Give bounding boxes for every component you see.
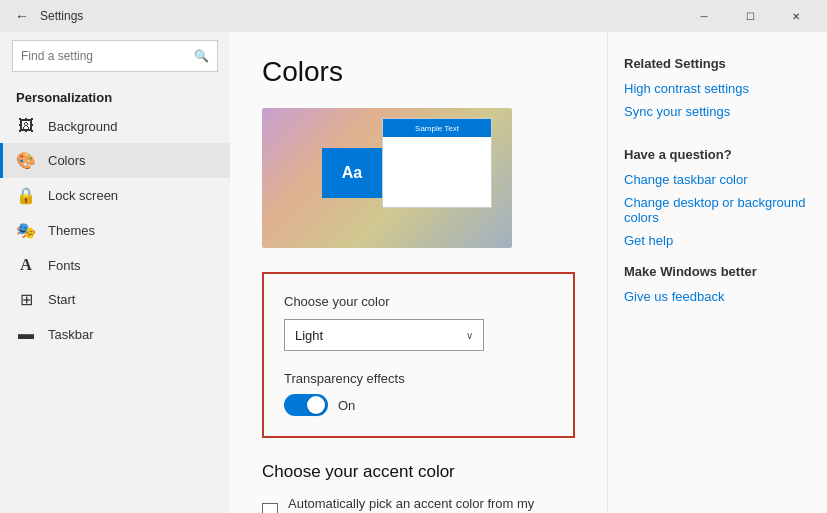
preview-area: Aa Sample Text [262,108,512,248]
back-icon: ← [15,8,29,24]
sidebar-item-background[interactable]: 🖼 Background [0,109,230,143]
toggle-knob [307,396,325,414]
toggle-state-label: On [338,398,355,413]
background-icon: 🖼 [16,117,36,135]
sidebar-item-label: Colors [48,153,86,168]
sidebar-item-taskbar[interactable]: ▬ Taskbar [0,317,230,351]
start-icon: ⊞ [16,290,36,309]
sidebar-item-lock-screen[interactable]: 🔒 Lock screen [0,178,230,213]
auto-accent-label: Automatically pick an accent color from … [288,496,575,513]
sidebar-section-title: Personalization [0,80,230,109]
color-mode-dropdown[interactable]: Light ∨ [284,319,484,351]
change-desktop-bg-link[interactable]: Change desktop or background colors [624,195,811,225]
taskbar-icon: ▬ [16,325,36,343]
sidebar: 🔍 Personalization 🖼 Background 🎨 Colors … [0,32,230,513]
preview-window: Sample Text [382,118,492,208]
right-panel: Related Settings High contrast settings … [607,32,827,513]
change-taskbar-color-link[interactable]: Change taskbar color [624,172,811,187]
titlebar: ← Settings ─ ☐ ✕ [0,0,827,32]
window-controls: ─ ☐ ✕ [681,0,819,32]
sidebar-item-label: Themes [48,223,95,238]
sidebar-item-fonts[interactable]: A Fonts [0,248,230,282]
titlebar-title: Settings [40,9,83,23]
sidebar-item-label: Lock screen [48,188,118,203]
auto-accent-checkbox[interactable] [262,503,278,513]
minimize-button[interactable]: ─ [681,0,727,32]
back-button[interactable]: ← [8,2,36,30]
preview-aa-block: Aa [322,148,382,198]
high-contrast-link[interactable]: High contrast settings [624,81,811,96]
sidebar-item-themes[interactable]: 🎭 Themes [0,213,230,248]
choose-color-section: Choose your color Light ∨ Transparency e… [262,272,575,438]
close-icon: ✕ [792,11,800,22]
related-settings-title: Related Settings [624,56,811,71]
accent-color-title: Choose your accent color [262,462,575,482]
sync-settings-link[interactable]: Sync your settings [624,104,811,119]
have-question-title: Have a question? [624,147,811,162]
choose-color-label: Choose your color [284,294,553,309]
maximize-icon: ☐ [746,11,755,22]
sidebar-item-label: Taskbar [48,327,94,342]
search-icon: 🔍 [194,49,209,63]
minimize-icon: ─ [700,11,707,22]
get-help-link[interactable]: Get help [624,233,811,248]
transparency-toggle-row: On [284,394,553,416]
sidebar-item-colors[interactable]: 🎨 Colors [0,143,230,178]
preview-window-body [383,137,491,207]
themes-icon: 🎭 [16,221,36,240]
sidebar-item-label: Background [48,119,117,134]
give-feedback-link[interactable]: Give us feedback [624,289,811,304]
main-layout: 🔍 Personalization 🖼 Background 🎨 Colors … [0,32,827,513]
sidebar-item-label: Start [48,292,75,307]
make-better-title: Make Windows better [624,264,811,279]
panel-divider-1 [624,127,811,147]
close-button[interactable]: ✕ [773,0,819,32]
search-input[interactable] [21,49,194,63]
content-area: Colors Aa Sample Text Choose your color … [230,32,607,513]
sidebar-item-start[interactable]: ⊞ Start [0,282,230,317]
transparency-toggle[interactable] [284,394,328,416]
colors-icon: 🎨 [16,151,36,170]
transparency-label: Transparency effects [284,371,553,386]
auto-accent-row: Automatically pick an accent color from … [262,496,575,513]
maximize-button[interactable]: ☐ [727,0,773,32]
lock-icon: 🔒 [16,186,36,205]
dropdown-value: Light [295,328,466,343]
search-box[interactable]: 🔍 [12,40,218,72]
fonts-icon: A [16,256,36,274]
sidebar-item-label: Fonts [48,258,81,273]
chevron-down-icon: ∨ [466,330,473,341]
page-title: Colors [262,56,575,88]
preview-window-titlebar: Sample Text [383,119,491,137]
